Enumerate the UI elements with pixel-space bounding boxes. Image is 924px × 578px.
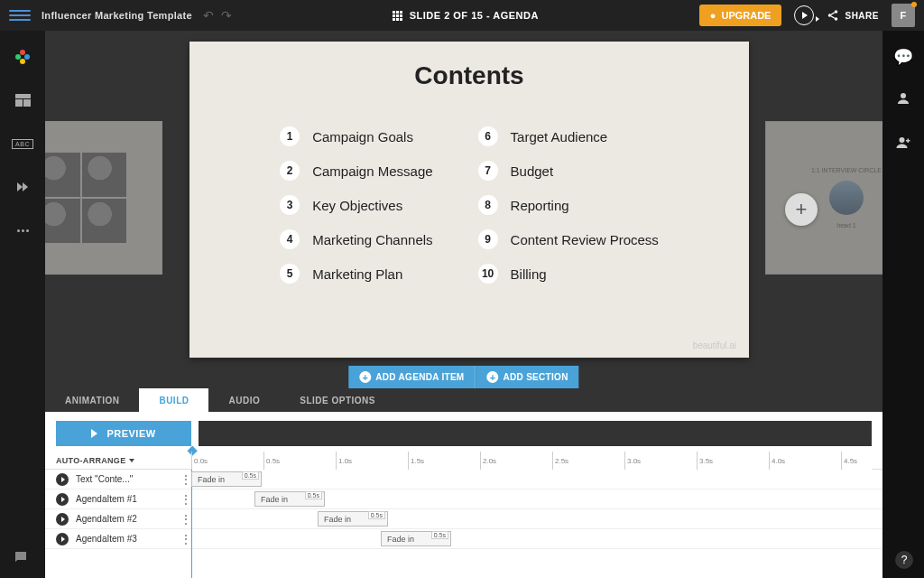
add-section-label: ADD SECTION (504, 372, 568, 382)
add-slide-button[interactable]: + (785, 193, 818, 226)
share-label: SHARE (845, 11, 879, 21)
time-ruler[interactable]: 0.0s0.5s1.0s1.5s2.0s2.5s3.0s3.5s4.0s4.5s (191, 452, 872, 470)
ruler-tick: 0.0s (191, 452, 208, 470)
track-play-button[interactable] (56, 513, 69, 526)
svg-point-0 (835, 10, 838, 13)
help-button[interactable]: ? (895, 551, 913, 569)
clip-duration: 0.5s (305, 491, 322, 499)
ruler-tick: 1.5s (408, 452, 424, 470)
undo-icon[interactable]: ↶ (203, 8, 214, 23)
clip-duration: 0.5s (368, 511, 385, 519)
agenda-label: Content Review Process (511, 232, 659, 247)
preview-button[interactable]: PREVIEW (56, 421, 191, 446)
plus-icon: + (359, 371, 371, 383)
left-rail: ABC (0, 31, 45, 578)
animation-clip[interactable]: Fade in0.5s (191, 471, 262, 487)
animate-button[interactable] (9, 177, 36, 197)
feedback-icon[interactable] (13, 549, 29, 569)
agenda-label: Budget (511, 163, 554, 179)
menu-icon[interactable] (9, 5, 31, 26)
more-button[interactable] (9, 220, 36, 240)
tab-build[interactable]: BUILD (139, 388, 208, 412)
document-title[interactable]: Influencer Marketing Template (42, 10, 192, 21)
ruler-tick: 2.0s (480, 452, 496, 470)
ruler-tick: 4.5s (841, 452, 857, 470)
track-lane[interactable]: Fade in0.5s (191, 470, 872, 489)
timeline-track: AgendaItem #3⋮Fade in0.5s (45, 529, 882, 549)
slide-title[interactable]: Contents (189, 61, 749, 90)
track-play-button[interactable] (56, 533, 69, 545)
play-icon (802, 12, 808, 19)
tab-slide-options[interactable]: SLIDE OPTIONS (280, 388, 395, 412)
scrub-bar[interactable] (199, 421, 872, 446)
track-lane[interactable]: Fade in0.5s (191, 509, 872, 528)
upgrade-label: UPGRADE (721, 10, 771, 21)
track-name: AgendaItem #2 (76, 514, 137, 524)
text-button[interactable]: ABC (9, 134, 36, 154)
agenda-number: 7 (478, 161, 498, 181)
next-slide-thumb[interactable]: 1:1 INTERVIEW CIRCLEhead 1 (765, 121, 882, 275)
track-name: AgendaItem #1 (76, 494, 137, 504)
ruler-tick: 0.5s (263, 452, 280, 470)
agenda-number: 10 (478, 264, 498, 284)
watermark: beautiful.ai (693, 340, 736, 350)
track-lane[interactable]: Fade in0.5s (191, 489, 872, 508)
agenda-label: Marketing Plan (312, 266, 402, 282)
agenda-label: Reporting (511, 198, 569, 213)
track-play-button[interactable] (56, 473, 69, 486)
abc-icon: ABC (12, 139, 33, 149)
agenda-item[interactable]: 9Content Review Process (478, 229, 659, 249)
ruler-tick: 1.0s (336, 452, 352, 470)
agenda-item[interactable]: 8Reporting (478, 195, 659, 215)
agenda-label: Billing (511, 266, 547, 282)
clip-duration: 0.5s (242, 471, 259, 480)
upgrade-button[interactable]: ● UPGRADE (699, 5, 782, 26)
agenda-item[interactable]: 6Target Audience (478, 126, 659, 146)
add-section-button[interactable]: +ADD SECTION (476, 366, 579, 388)
agenda-label: Key Objectives (312, 198, 402, 213)
animation-clip[interactable]: Fade in0.5s (318, 511, 388, 527)
clip-duration: 0.5s (431, 531, 448, 539)
track-menu-icon[interactable]: ⋮ (180, 533, 191, 545)
redo-icon[interactable]: ↷ (221, 8, 232, 23)
add-agenda-item-button[interactable]: +ADD AGENDA ITEM (348, 366, 476, 388)
present-button[interactable] (794, 5, 814, 25)
layouts-button[interactable] (9, 90, 36, 110)
agenda-item[interactable]: 1Campaign Goals (280, 126, 432, 146)
ruler-tick: 3.0s (624, 452, 641, 470)
theme-button[interactable] (9, 47, 36, 67)
bolt-icon: ● (710, 10, 716, 21)
share-button[interactable]: SHARE (827, 9, 879, 22)
agenda-item[interactable]: 7Budget (478, 161, 659, 181)
account-icon[interactable] (895, 90, 911, 111)
slide[interactable]: Contents 1Campaign Goals2Campaign Messag… (189, 42, 749, 358)
previous-slide-thumb[interactable] (45, 121, 162, 275)
track-menu-icon[interactable]: ⋮ (180, 493, 191, 506)
agenda-number: 6 (478, 126, 498, 146)
animation-clip[interactable]: Fade in0.5s (254, 491, 325, 507)
auto-arrange-dropdown[interactable]: AUTO-ARRANGE (56, 456, 191, 465)
track-play-button[interactable] (56, 493, 69, 506)
add-person-icon[interactable] (895, 135, 911, 155)
agenda-item[interactable]: 3Key Objectives (280, 195, 432, 215)
agenda-item[interactable]: 10Billing (478, 264, 659, 284)
chevron-down-icon (129, 459, 134, 462)
svg-point-1 (828, 14, 832, 17)
slide-picker[interactable]: SLIDE 2 OF 15 - AGENDA (393, 10, 539, 21)
track-lane[interactable]: Fade in0.5s (191, 529, 872, 548)
agenda-number: 1 (280, 126, 300, 146)
track-menu-icon[interactable]: ⋮ (180, 473, 191, 486)
agenda-number: 2 (280, 161, 300, 181)
animation-clip[interactable]: Fade in0.5s (381, 531, 451, 546)
comments-icon[interactable]: 💬 (893, 47, 913, 67)
agenda-item[interactable]: 2Campaign Message (280, 161, 432, 181)
ellipsis-icon (17, 229, 29, 232)
agenda-item[interactable]: 4Marketing Channels (280, 229, 432, 249)
tab-audio[interactable]: AUDIO (208, 388, 280, 412)
agenda-item[interactable]: 5Marketing Plan (280, 264, 432, 284)
agenda-label: Campaign Message (312, 163, 432, 179)
avatar[interactable]: F (892, 4, 915, 27)
tab-animation[interactable]: ANIMATION (45, 388, 139, 412)
track-menu-icon[interactable]: ⋮ (180, 513, 191, 526)
ruler-tick: 3.5s (697, 452, 713, 470)
